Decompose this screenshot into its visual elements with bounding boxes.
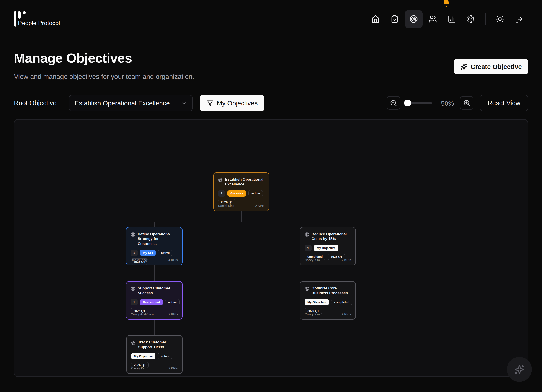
tree-canvas[interactable]: Establish Operational Excellence 2Ancest… bbox=[14, 119, 528, 377]
badge-rows: 1My Objectivecompleted2026 Q1 bbox=[305, 245, 351, 260]
badge-1: 1 bbox=[131, 250, 138, 256]
connector bbox=[241, 211, 242, 222]
target-icon bbox=[131, 286, 135, 291]
users-icon bbox=[429, 15, 437, 23]
zoom-out-button[interactable] bbox=[387, 96, 400, 110]
connector bbox=[328, 222, 328, 228]
home-icon bbox=[371, 15, 380, 23]
nav-icon-bar bbox=[366, 10, 528, 28]
card-footer: Daniel Ring 2 KPIs bbox=[218, 204, 265, 207]
kpi-count: 2 KPIs bbox=[342, 312, 351, 316]
badge-active: active bbox=[158, 250, 172, 256]
page-subtitle: View and manage objectives for your team… bbox=[14, 73, 194, 81]
objective-card-support-customer-success[interactable]: Support Customer Success 1Descendantacti… bbox=[126, 281, 183, 320]
objective-card-track-customer-support-tickets[interactable]: Track Customer Support Ticket... My Obje… bbox=[126, 335, 183, 374]
objective-card-establish-operational-excellence[interactable]: Establish Operational Excellence 2Ancest… bbox=[213, 172, 269, 211]
owner-name: Casey Anderson bbox=[131, 312, 154, 316]
filter-funnel-icon bbox=[207, 100, 213, 106]
zoom-level-value: 50% bbox=[440, 100, 455, 107]
objective-card-optimize-core-business-processes[interactable]: Optimize Core Business Processes My Obje… bbox=[300, 281, 356, 320]
logout-button[interactable] bbox=[510, 10, 528, 28]
logout-icon bbox=[515, 15, 523, 23]
badge-descendant: Descendant bbox=[140, 299, 163, 305]
badge-my-objective: My Objective bbox=[305, 299, 329, 305]
kpi-count: 2 KPIs bbox=[255, 204, 265, 207]
create-objective-button[interactable]: Create Objective bbox=[454, 59, 528, 74]
objective-title: Optimize Core Business Processes bbox=[312, 286, 351, 296]
nav-people-button[interactable] bbox=[424, 10, 442, 28]
nav-objectives-button[interactable] bbox=[405, 10, 423, 28]
badge-row: 2Ancestoractive bbox=[218, 190, 265, 197]
connector bbox=[154, 222, 155, 228]
owner-name: Casey Kim bbox=[305, 258, 320, 262]
objective-title: Establish Operational Excellence bbox=[225, 177, 265, 187]
logo-dot-icon bbox=[23, 11, 26, 14]
nav-analytics-button[interactable] bbox=[443, 10, 461, 28]
badge-2: 2 bbox=[218, 190, 225, 197]
top-nav: People Protocol bbox=[0, 0, 542, 38]
zoom-out-icon bbox=[390, 99, 397, 106]
objective-card-reduce-operational-costs[interactable]: Reduce Operational Costs by 15% 1My Obje… bbox=[300, 227, 356, 265]
badge-active: active bbox=[165, 299, 179, 305]
card-footer: Casey Kim 2 KPIs bbox=[305, 312, 351, 316]
objective-title: Reduce Operational Costs by 15% bbox=[312, 232, 351, 241]
badge-row: 1My Objective bbox=[305, 245, 351, 251]
objective-title: Support Customer Success bbox=[138, 286, 178, 296]
my-objectives-filter-button[interactable]: My Objectives bbox=[200, 95, 265, 111]
sun-icon bbox=[496, 15, 504, 23]
kpi-count: 2 KPIs bbox=[342, 258, 351, 262]
card-footer: Casey Kim 2 KPIs bbox=[305, 258, 351, 262]
brand-logo[interactable]: People Protocol bbox=[14, 11, 60, 27]
zoom-in-button[interactable] bbox=[460, 96, 473, 110]
badge-row: My Objectivecompleted bbox=[305, 299, 351, 305]
nav-home-button[interactable] bbox=[366, 10, 385, 28]
badge-rows: 2Ancestoractive2026 Q1 bbox=[218, 190, 265, 205]
zoom-slider[interactable] bbox=[404, 100, 432, 106]
connector bbox=[154, 265, 155, 282]
badge-my-objective: My Objective bbox=[314, 245, 338, 251]
kpi-count: 2 KPIs bbox=[168, 367, 178, 370]
page-title: Manage Objectives bbox=[14, 50, 132, 66]
target-icon bbox=[410, 15, 418, 23]
badge-row: 1Descendantactive bbox=[131, 299, 178, 305]
owner-name: Daniel Ring bbox=[131, 258, 147, 262]
sparkles-icon bbox=[461, 63, 467, 70]
nav-tasks-button[interactable] bbox=[385, 10, 404, 28]
objective-title: Track Customer Support Ticket... bbox=[138, 340, 178, 350]
objective-card-define-operations-strategy[interactable]: Define Operations Strategy for Custome..… bbox=[126, 227, 183, 265]
target-icon bbox=[218, 178, 223, 182]
chevron-down-icon bbox=[181, 100, 187, 106]
nav-settings-button[interactable] bbox=[462, 10, 480, 28]
root-objective-label: Root Objective: bbox=[14, 99, 58, 107]
badge-completed: completed bbox=[331, 299, 352, 305]
badge-1: 1 bbox=[131, 299, 138, 305]
clipboard-check-icon bbox=[390, 15, 399, 23]
objective-title: Define Operations Strategy for Custome..… bbox=[138, 232, 178, 246]
logo-bar-icon bbox=[14, 11, 16, 27]
reset-view-button[interactable]: Reset View bbox=[480, 95, 528, 111]
badge-my-objective: My Objective bbox=[131, 353, 155, 359]
ai-assistant-fab[interactable] bbox=[507, 357, 532, 382]
kpi-count: 2 KPIs bbox=[168, 312, 178, 316]
badge-my-kpi: My KPI bbox=[140, 250, 156, 256]
badge-rows: 1Descendantactive2026 Q1 bbox=[131, 299, 178, 314]
card-footer: Casey Anderson 2 KPIs bbox=[131, 312, 178, 316]
nav-divider bbox=[485, 13, 486, 25]
target-icon bbox=[131, 340, 136, 345]
connector bbox=[328, 265, 328, 282]
owner-name: Daniel Ring bbox=[218, 204, 234, 207]
notification-bell-icon[interactable] bbox=[442, 0, 450, 8]
target-icon bbox=[305, 286, 309, 291]
badge-rows: My Objectivecompleted2026 Q1 bbox=[305, 299, 351, 314]
badge-1: 1 bbox=[305, 245, 312, 251]
root-objective-select[interactable]: Establish Operational Excellence bbox=[69, 95, 193, 111]
target-icon bbox=[131, 232, 135, 237]
theme-toggle-button[interactable] bbox=[491, 10, 509, 28]
badge-rows: 1My KPIactive2026 Q4 bbox=[131, 250, 178, 265]
sparkles-icon bbox=[514, 364, 525, 375]
connector bbox=[154, 320, 155, 336]
zoom-slider-thumb[interactable] bbox=[404, 99, 411, 106]
brand-name: People Protocol bbox=[18, 20, 60, 27]
connector bbox=[154, 222, 328, 222]
owner-name: Casey Kim bbox=[131, 367, 146, 370]
